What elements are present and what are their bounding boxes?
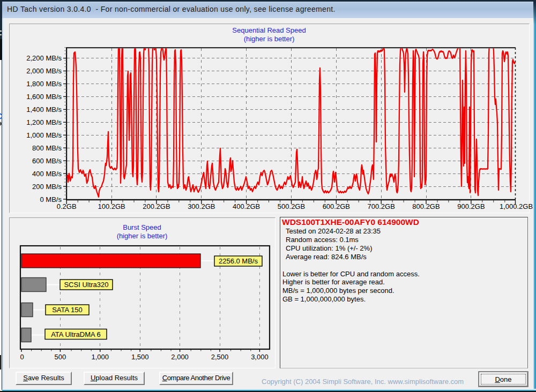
svg-text:2256.0 MB/s: 2256.0 MB/s: [219, 257, 258, 265]
svg-text:600.2GB: 600.2GB: [323, 202, 350, 210]
svg-text:1,600 MB/s: 1,600 MB/s: [26, 93, 62, 101]
svg-text:SCSI Ultra320: SCSI Ultra320: [64, 281, 108, 289]
svg-text:400.2GB: 400.2GB: [233, 202, 260, 210]
svg-text:200 MB/s: 200 MB/s: [32, 183, 62, 191]
svg-text:900.2GB: 900.2GB: [457, 202, 485, 210]
svg-text:100.2GB: 100.2GB: [98, 202, 125, 210]
svg-text:600 MB/s: 600 MB/s: [32, 157, 62, 165]
svg-text:500.2GB: 500.2GB: [278, 202, 305, 210]
svg-text:300.2GB: 300.2GB: [188, 202, 215, 210]
svg-text:200.2GB: 200.2GB: [143, 202, 170, 210]
svg-text:1,000 MB/s: 1,000 MB/s: [26, 131, 62, 139]
svg-text:1,400 MB/s: 1,400 MB/s: [26, 105, 62, 114]
svg-text:1,500: 1,500: [131, 353, 149, 361]
svg-text:500: 500: [55, 353, 66, 361]
svg-text:3,000: 3,000: [251, 353, 269, 361]
svg-text:0: 0: [20, 353, 24, 361]
svg-text:0.2GB: 0.2GB: [57, 202, 77, 210]
svg-text:2,500: 2,500: [211, 353, 229, 361]
svg-text:1,000.2GB: 1,000.2GB: [500, 202, 533, 210]
svg-text:800 MB/s: 800 MB/s: [32, 144, 62, 152]
svg-text:SATA 150: SATA 150: [52, 306, 83, 314]
svg-text:400 MB/s: 400 MB/s: [32, 170, 62, 178]
svg-text:2,000 MB/s: 2,000 MB/s: [26, 67, 62, 75]
svg-text:1,200 MB/s: 1,200 MB/s: [26, 118, 62, 126]
svg-text:ATA UltraDMA 6: ATA UltraDMA 6: [51, 330, 101, 338]
svg-text:2,000: 2,000: [171, 353, 189, 361]
svg-text:1,800 MB/s: 1,800 MB/s: [26, 80, 62, 88]
svg-text:1,000: 1,000: [92, 353, 109, 361]
svg-text:2,200 MB/s: 2,200 MB/s: [26, 54, 62, 62]
svg-text:800.2GB: 800.2GB: [412, 202, 440, 210]
svg-text:700.2GB: 700.2GB: [368, 202, 395, 210]
